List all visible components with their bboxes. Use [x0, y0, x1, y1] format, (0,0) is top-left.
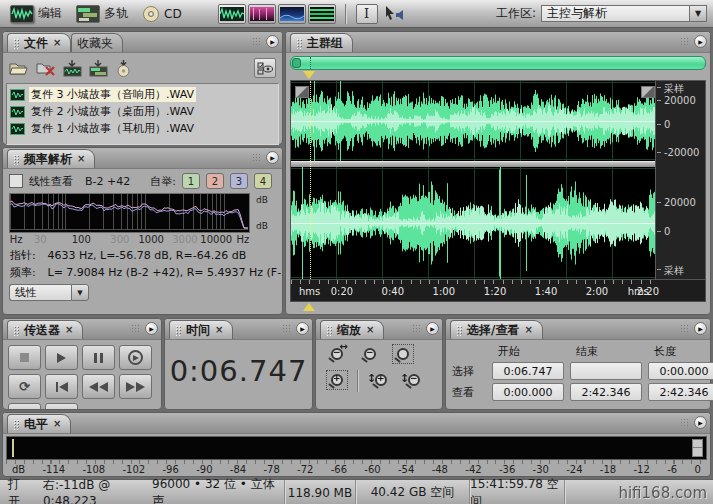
file-list-item[interactable]: 复件 3 小城故事（音响用）.WAV — [7, 86, 278, 103]
chevron-down-icon[interactable] — [71, 284, 89, 301]
selection-start-field[interactable]: 0:06.747 — [492, 362, 564, 380]
scale-mode-select[interactable]: 线性 — [9, 284, 89, 301]
file-list-item[interactable]: 复件 1 小城故事（耳机用）.WAV — [7, 120, 278, 137]
tab-time[interactable]: 时间 × — [169, 320, 233, 339]
level-scale-label: -90 — [196, 464, 212, 475]
tab-transport[interactable]: 传送器 × — [7, 320, 83, 339]
play-from-cursor-button[interactable] — [119, 345, 152, 370]
level-scale-label: -36 — [499, 464, 515, 475]
panel-menu-button[interactable] — [145, 322, 158, 335]
status-format-segment: 96000 • 32 位 • 立体声 — [152, 480, 285, 504]
zoom-out-horizontal-button[interactable]: ↔− — [324, 344, 348, 366]
multitrack-view-button[interactable]: 多轨 — [72, 4, 132, 24]
tab-selection-view[interactable]: 选择/查看 × — [450, 320, 543, 339]
spectrum-graph[interactable] — [9, 193, 250, 233]
play-button[interactable] — [45, 345, 78, 370]
channel-divider[interactable] — [291, 161, 659, 167]
close-icon[interactable]: × — [524, 325, 532, 335]
time-display[interactable]: 0:06.747 — [165, 354, 312, 388]
panel-menu-button[interactable] — [694, 416, 707, 429]
fast-forward-button[interactable] — [119, 374, 152, 399]
go-to-end-button[interactable] — [8, 403, 41, 410]
panel-menu-button[interactable] — [694, 35, 707, 48]
zoom-in-button[interactable]: + — [324, 370, 348, 392]
spectral-frequency-display-toggle[interactable] — [248, 4, 276, 24]
file-list-item[interactable]: 复件 2 小城故事（桌面用）.WAV — [7, 103, 278, 120]
tab-levels[interactable]: 电平 × — [7, 414, 71, 433]
playhead-marker-icon[interactable] — [303, 303, 315, 311]
record-button[interactable] — [45, 403, 78, 410]
time-selection-tool-button[interactable]: I — [356, 4, 378, 24]
tab-favorites[interactable]: 收藏夹 — [71, 33, 123, 52]
waveform-channels[interactable] — [291, 81, 659, 279]
axis-label: 30 — [34, 234, 47, 245]
spectral-phase-display-toggle[interactable] — [308, 4, 336, 24]
selection-length-field[interactable]: 0:00.000 — [648, 362, 713, 380]
row-label-view: 查看 — [452, 385, 486, 400]
import-file-button[interactable] — [63, 60, 82, 77]
open-file-button[interactable] — [9, 60, 29, 76]
linear-view-checkbox[interactable] — [9, 174, 23, 188]
close-icon[interactable]: × — [65, 325, 73, 335]
cd-icon — [142, 5, 160, 23]
panel-menu-button[interactable] — [296, 322, 309, 335]
tab-frequency-analysis[interactable]: 频率解析 × — [7, 149, 95, 168]
stop-button[interactable] — [8, 345, 41, 370]
waveform-display[interactable]: 采样 20000 0 -20000 20000 0 采样 — [290, 80, 706, 280]
waveform-display-toggle[interactable] — [218, 4, 246, 24]
close-icon[interactable]: × — [53, 419, 61, 429]
tab-zoom[interactable]: 缩放 × — [320, 320, 384, 339]
zoom-to-selection-button[interactable] — [390, 344, 414, 366]
chevron-down-icon[interactable] — [689, 5, 707, 22]
pause-button[interactable] — [82, 345, 115, 370]
edit-view-button[interactable]: 编辑 — [6, 4, 66, 24]
clip-indicator-right[interactable] — [692, 447, 703, 457]
hold-button-3[interactable]: 3 — [230, 173, 248, 189]
hold-button-4[interactable]: 4 — [254, 173, 272, 189]
insert-cd-button[interactable] — [115, 60, 132, 77]
scrub-tool-button[interactable] — [384, 4, 406, 24]
rewind-button[interactable] — [82, 374, 115, 399]
close-icon[interactable]: × — [215, 325, 223, 335]
level-scale-label: -12 — [633, 464, 649, 475]
panel-menu-button[interactable] — [266, 35, 279, 48]
panel-menu-button[interactable] — [266, 151, 279, 164]
panel-menu-button[interactable] — [694, 322, 707, 335]
insert-multitrack-button[interactable] — [89, 60, 108, 77]
selection-handle-left[interactable] — [295, 86, 309, 98]
selection-end-field[interactable] — [570, 362, 642, 380]
workspace-select[interactable]: 主控与解析 — [541, 5, 689, 22]
hold-button-1[interactable]: 1 — [182, 173, 200, 189]
horizontal-scroll-bar[interactable] — [290, 56, 706, 70]
tab-files[interactable]: 文件 × — [7, 33, 71, 52]
vertical-zoom-out-button[interactable]: ↕− — [401, 370, 425, 392]
selection-handle-right[interactable] — [641, 86, 655, 98]
loop-play-button[interactable]: ⟳ — [8, 374, 41, 399]
level-scale-label: dB — [12, 464, 25, 475]
hold-button-2[interactable]: 2 — [206, 173, 224, 189]
frequency-analysis-panel: 频率解析 × 线性查看 B-2 +42 自举: 1 2 3 4 dB dB Hz… — [2, 147, 283, 315]
go-to-start-button[interactable] — [45, 374, 78, 399]
close-icon[interactable]: × — [366, 325, 374, 335]
panel-menu-button[interactable] — [426, 322, 439, 335]
cd-view-button[interactable]: CD — [138, 4, 186, 24]
view-options-button[interactable] — [254, 58, 276, 78]
timeline-ticks — [291, 280, 659, 284]
close-file-button[interactable] — [36, 60, 56, 76]
view-end-field[interactable]: 2:42.346 — [570, 383, 642, 401]
spectral-pan-display-toggle[interactable] — [278, 4, 306, 24]
scroll-handle[interactable] — [292, 58, 301, 68]
close-icon[interactable]: × — [77, 154, 85, 164]
timeline-ruler[interactable]: hms 0:20 0:40 1:00 1:20 1:40 2:00 2:20 h… — [290, 280, 706, 302]
playhead-marker-icon[interactable] — [303, 71, 315, 79]
vertical-zoom-in-button[interactable]: ↕+ — [368, 370, 392, 392]
level-meter[interactable] — [6, 436, 707, 460]
close-icon[interactable]: × — [53, 38, 61, 48]
view-start-field[interactable]: 0:00.000 — [492, 383, 564, 401]
tab-main-group[interactable]: 主群组 — [290, 33, 353, 52]
amplitude-scale[interactable]: 采样 20000 0 -20000 20000 0 采样 — [655, 81, 705, 279]
level-scale-label: 0 — [694, 464, 700, 475]
col-header-start: 开始 — [492, 344, 564, 359]
zoom-out-full-button[interactable]: − — [357, 344, 381, 366]
view-length-field[interactable]: 2:42.346 — [648, 383, 713, 401]
